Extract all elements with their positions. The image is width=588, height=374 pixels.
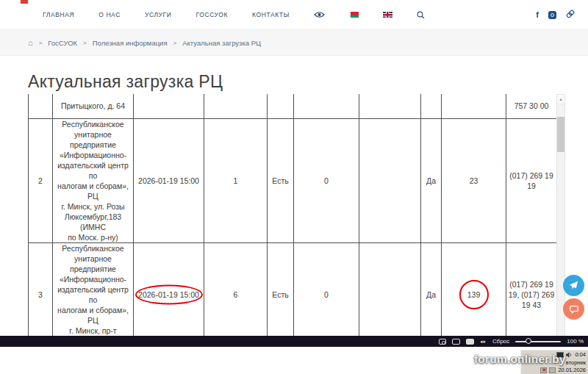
top-navigation: ГЛАВНАЯ О НАС УСЛУГИ ГОССУОК КОНТАКТЫ f	[0, 0, 588, 29]
social-links: f	[536, 0, 575, 29]
cell-zero	[294, 94, 359, 118]
nav-item-about[interactable]: О НАС	[98, 11, 121, 18]
cell-confirm: Да	[421, 242, 442, 337]
breadcrumb-item-useful-info[interactable]: Полезная информация	[93, 39, 168, 47]
tray-date: 20.01.2026	[558, 367, 586, 373]
image-viewer-toolbar: ◂▸ Сброс 100 %	[0, 336, 588, 347]
cell-available: Есть	[268, 118, 294, 242]
rc-load-table: Притыцкого, д. 64 757 30 00 2 Республика…	[28, 94, 556, 337]
scrollbar-up-button[interactable]: ▲	[557, 95, 564, 104]
nav-item-contacts[interactable]: КОНТАКТЫ	[252, 11, 290, 18]
zoom-slider-knob[interactable]	[526, 338, 531, 344]
cell-available	[268, 94, 294, 118]
cell-empty	[359, 118, 421, 242]
cell-zero: 0	[294, 242, 359, 337]
cell-name: Республиканское унитарное предприятие «И…	[53, 118, 134, 242]
error-x-glyph: ✕	[542, 367, 546, 373]
red-circle-annotation	[135, 284, 203, 304]
cell-load: 23	[442, 118, 506, 242]
cell-num: 3	[29, 242, 53, 337]
page-title: Актуальная загрузка РЦ	[28, 72, 223, 92]
cell-num	[29, 94, 53, 118]
swap-arrows-icon[interactable]: ◂▸	[480, 339, 487, 345]
tray-time: 0:04	[575, 351, 586, 358]
tray-row-date: ✕ 20.01.2026	[523, 367, 586, 373]
cell-name: Республиканское унитарное предприятие «И…	[53, 242, 134, 337]
volume-icon	[566, 352, 573, 358]
cell-datetime	[134, 94, 204, 118]
reset-button[interactable]: Сброс	[492, 338, 509, 345]
cell-queue: 1	[204, 118, 268, 242]
table-row: 3 Республиканское унитарное предприятие …	[29, 242, 557, 337]
cell-datetime: 2026-01-19 15:00	[134, 118, 204, 242]
zoom-value: 100 %	[567, 338, 584, 345]
tray-day: вторник	[566, 359, 586, 366]
nav-item-services[interactable]: УСЛУГИ	[145, 11, 172, 18]
breadcrumb: ⌂ > ГосСУОК > Полезная информация > Акту…	[28, 39, 261, 47]
cell-queue	[204, 94, 268, 118]
red-circle-annotation	[459, 280, 489, 309]
breadcrumb-item-current: Актуальная загрузка РЦ	[182, 39, 261, 47]
cell-load: 139	[442, 242, 506, 337]
breadcrumb-bar: ⌂ > ГосСУОК > Полезная информация > Акту…	[0, 29, 588, 56]
telegram-button[interactable]	[563, 275, 584, 296]
nav-item-main[interactable]: ГЛАВНАЯ	[43, 11, 74, 18]
camera-icon[interactable]	[439, 339, 446, 345]
breadcrumb-item-gossuok[interactable]: ГосСУОК	[48, 39, 77, 47]
cell-confirm	[421, 94, 442, 118]
breadcrumb-separator: >	[173, 40, 177, 46]
breadcrumb-separator: >	[83, 40, 87, 46]
chat-button[interactable]	[563, 298, 584, 320]
zoom-slider[interactable]	[515, 341, 561, 342]
search-icon[interactable]	[417, 11, 425, 19]
cell-available: Есть	[268, 242, 294, 337]
cell-phone: 757 30 00	[506, 94, 557, 118]
accessibility-eye-icon[interactable]	[314, 11, 325, 18]
display-icon	[556, 352, 564, 358]
cell-num: 2	[29, 118, 53, 242]
telegram-icon	[569, 281, 578, 290]
cell-load	[442, 94, 506, 118]
breadcrumb-separator: >	[39, 40, 43, 46]
cell-datetime: 2026-01-19 15:00	[134, 242, 204, 337]
chat-icon	[569, 304, 579, 314]
load-table-viewport: Притыцкого, д. 64 757 30 00 2 Республика…	[28, 94, 556, 337]
home-icon[interactable]: ⌂	[28, 39, 33, 47]
cell-zero: 0	[294, 118, 359, 242]
cell-queue: 6	[204, 242, 268, 337]
tray-row-time: 0:04	[523, 351, 586, 358]
cell-phone: (017) 269 19 19, (017) 269 19 43	[506, 242, 557, 337]
link-icon[interactable]	[566, 8, 575, 21]
tray-row-day: вторник	[523, 359, 586, 366]
frame-icon[interactable]	[452, 339, 460, 345]
red-marker	[21, 0, 28, 4]
nav-menu: ГЛАВНАЯ О НАС УСЛУГИ ГОССУОК КОНТАКТЫ	[43, 0, 425, 29]
instagram-icon[interactable]	[548, 11, 556, 19]
scrollbar-thumb[interactable]	[557, 117, 564, 152]
table-row: 2 Республиканское унитарное предприятие …	[29, 118, 557, 242]
network-icon	[549, 367, 556, 373]
table-scrollbar[interactable]: ▲	[556, 94, 565, 337]
cell-name: Притыцкого, д. 64	[53, 94, 134, 118]
flag-english-icon[interactable]	[383, 12, 392, 18]
cell-empty	[359, 242, 421, 337]
nav-item-gossuok[interactable]: ГОССУОК	[196, 11, 228, 18]
facebook-icon[interactable]: f	[536, 10, 539, 19]
cell-phone: (017) 269 19 19	[506, 118, 557, 242]
system-tray: 0:04 вторник ✕ 20.01.2026	[520, 350, 588, 374]
cell-confirm: Да	[421, 118, 442, 242]
table-row-partial: Притыцкого, д. 64 757 30 00	[29, 94, 557, 118]
instagram-lens	[551, 13, 554, 17]
cell-empty	[359, 94, 421, 118]
flag-belarus-icon[interactable]	[349, 12, 359, 18]
network-error-icon: ✕	[540, 367, 547, 373]
image-icon[interactable]	[466, 339, 474, 345]
